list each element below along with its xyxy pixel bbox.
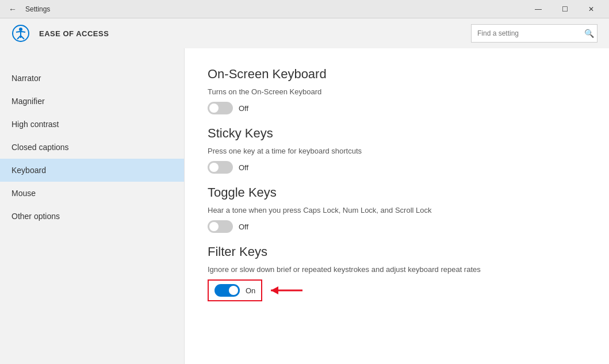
toggle-keys-toggle-label: Off <box>239 223 248 231</box>
content-area: On-Screen Keyboard Turns on the On-Scree… <box>184 18 609 364</box>
on-screen-keyboard-toggle[interactable] <box>208 102 233 114</box>
window-title: Settings <box>25 5 50 13</box>
sticky-keys-toggle-label: Off <box>239 163 248 172</box>
on-screen-keyboard-title: On-Screen Keyboard <box>208 67 597 82</box>
window-controls: — ☐ ✕ <box>525 0 604 18</box>
sidebar-item-mouse[interactable]: Mouse <box>0 182 184 205</box>
sidebar-item-keyboard[interactable]: Keyboard <box>0 159 184 182</box>
filter-keys-desc: Ignore or slow down brief or repeated ke… <box>208 265 597 274</box>
sidebar-item-magnifier[interactable]: Magnifier <box>0 90 184 113</box>
toggle-keys-toggle-row: Off <box>208 220 597 233</box>
on-screen-keyboard-toggle-label: Off <box>239 104 248 113</box>
sidebar-item-high-contrast[interactable]: High contrast <box>0 113 184 136</box>
filter-keys-toggle-container: On <box>208 279 262 301</box>
arrow-indicator <box>268 282 308 299</box>
ease-of-access-icon <box>12 24 30 43</box>
on-screen-keyboard-toggle-row: Off <box>208 102 597 114</box>
search-box: 🔍 <box>471 24 597 43</box>
search-icon[interactable]: 🔍 <box>584 29 594 38</box>
title-bar: ← Settings — ☐ ✕ <box>0 0 609 18</box>
title-bar-left: ← Settings <box>5 1 525 17</box>
header-bar: EASE OF ACCESS 🔍 <box>0 18 609 48</box>
toggle-keys-toggle[interactable] <box>208 220 233 233</box>
toggle-keys-desc: Hear a tone when you press Caps Lock, Nu… <box>208 206 597 214</box>
maximize-button[interactable]: ☐ <box>551 0 578 18</box>
on-screen-keyboard-desc: Turns on the On-Screen Keyboard <box>208 87 597 96</box>
filter-keys-toggle[interactable] <box>215 284 240 297</box>
sidebar: Narrator Magnifier High contrast Closed … <box>0 18 184 364</box>
sticky-keys-title: Sticky Keys <box>208 126 597 141</box>
sidebar-item-other-options[interactable]: Other options <box>0 205 184 228</box>
filter-keys-title: Filter Keys <box>208 244 597 259</box>
back-icon: ← <box>9 5 17 14</box>
filter-keys-toggle-row: On <box>208 279 262 301</box>
search-input[interactable] <box>471 24 597 43</box>
svg-marker-3 <box>271 286 278 294</box>
sidebar-item-closed-captions[interactable]: Closed captions <box>0 136 184 159</box>
app-title: EASE OF ACCESS <box>39 29 109 38</box>
toggle-keys-title: Toggle Keys <box>208 185 597 200</box>
sticky-keys-toggle[interactable] <box>208 161 233 174</box>
sidebar-item-narrator[interactable]: Narrator <box>0 67 184 90</box>
app-container: Narrator Magnifier High contrast Closed … <box>0 18 609 364</box>
close-button[interactable]: ✕ <box>578 0 604 18</box>
red-arrow-icon <box>268 282 308 299</box>
sticky-keys-desc: Press one key at a time for keyboard sho… <box>208 147 597 155</box>
filter-keys-toggle-label: On <box>246 286 255 295</box>
back-button[interactable]: ← <box>5 1 21 17</box>
minimize-button[interactable]: — <box>525 0 551 18</box>
sticky-keys-toggle-row: Off <box>208 161 597 174</box>
svg-point-1 <box>19 28 22 31</box>
